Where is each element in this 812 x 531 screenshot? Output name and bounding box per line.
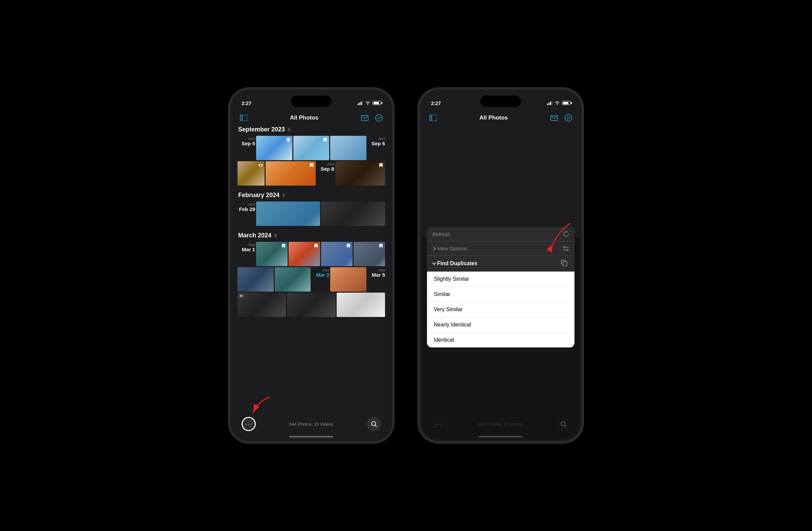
context-menu: Refresh View Options: [427, 227, 575, 347]
photo-row: 2024 Mar 1: [237, 242, 385, 266]
photo-cell[interactable]: [330, 267, 366, 292]
wifi-icon: [554, 101, 560, 105]
duplicate-squares-icon: [561, 260, 569, 267]
nearly-identical-label: Nearly Identical: [434, 322, 471, 328]
bottom-bar: ··· 644 Photos, 15 Videos: [232, 413, 390, 439]
photo-cell[interactable]: [321, 242, 352, 266]
inbox-icon[interactable]: [549, 113, 559, 123]
search-icon: [371, 421, 377, 427]
dots-icon: ···: [245, 421, 252, 428]
view-options-label: View Options: [437, 246, 467, 251]
svg-point-8: [376, 114, 382, 121]
svg-rect-5: [240, 115, 242, 121]
photo-count: 644 Photos, 15 Videos: [289, 422, 334, 427]
svg-rect-2: [361, 102, 362, 105]
sidebar-toggle-icon[interactable]: [239, 113, 248, 123]
photo-cell[interactable]: [275, 267, 311, 292]
date-cell: 2024 Mar 2: [311, 267, 329, 292]
left-screen: 2:27: [232, 92, 390, 439]
svg-rect-18: [552, 101, 553, 105]
photo-cell[interactable]: [256, 136, 292, 160]
battery-icon: [562, 101, 570, 105]
svg-point-23: [565, 114, 572, 121]
photo-cell[interactable]: [353, 242, 385, 266]
photo-row: 2024 Mar 2 2024 Mar 5: [237, 267, 385, 292]
photo-cell[interactable]: [256, 242, 288, 266]
svg-point-11: [260, 165, 261, 166]
very-similar-label: Very Similar: [434, 306, 463, 312]
photo-row: 2024 Feb 29: [237, 201, 385, 226]
refresh-icon: [563, 231, 569, 237]
similar-menu-item[interactable]: Similar: [427, 287, 575, 302]
checkmark-circle-icon[interactable]: [564, 113, 573, 123]
photo-row: P: [237, 293, 385, 317]
slightly-similar-label: Slightly Similar: [434, 276, 469, 282]
photo-cell[interactable]: [330, 136, 366, 160]
status-time: 2:27: [431, 100, 441, 106]
inbox-icon[interactable]: [360, 113, 369, 123]
identical-menu-item[interactable]: Identical: [427, 333, 575, 347]
photo-cell[interactable]: [293, 136, 330, 160]
svg-rect-1: [359, 102, 360, 105]
nearly-identical-menu-item[interactable]: Nearly Identical: [427, 317, 575, 333]
month-title: March 2024: [238, 232, 271, 239]
sidebar-toggle-icon[interactable]: [428, 113, 438, 123]
date-cell: 2023 Sep 5: [237, 136, 255, 160]
photo-cell[interactable]: [337, 293, 385, 317]
photo-cell[interactable]: [289, 242, 320, 266]
month-title: February 2024: [238, 192, 279, 199]
checkmark-circle-icon[interactable]: [374, 113, 384, 123]
left-phone: 2:27: [230, 89, 392, 442]
photo-cell[interactable]: [237, 267, 274, 292]
right-screen: 2:27: [422, 92, 580, 439]
month-section-feb-2024: February 2024 2 2024 Feb 29: [237, 192, 385, 226]
month-count: 9: [274, 233, 277, 238]
nav-title: All Photos: [290, 114, 318, 121]
month-section-sep-2023: September 2023 6 2023 Sep 5: [237, 126, 385, 185]
nav-bar: All Photos: [232, 110, 390, 126]
photo-content: September 2023 6 2023 Sep 5: [232, 126, 390, 413]
svg-point-28: [564, 246, 565, 248]
svg-rect-15: [547, 103, 548, 105]
photo-row: 2023 Sep 8: [237, 161, 385, 185]
svg-rect-17: [550, 102, 551, 105]
dynamic-island: [480, 96, 521, 107]
home-indicator: [289, 436, 333, 437]
signal-icon: [358, 101, 363, 105]
battery-icon: [373, 101, 381, 105]
photo-row: 2023 Sep 5 2023 Sep 6: [237, 136, 385, 160]
svg-point-12: [372, 422, 376, 426]
svg-rect-3: [362, 101, 363, 105]
tune-icon: [562, 246, 569, 251]
photo-cell[interactable]: [265, 161, 316, 185]
photo-cell[interactable]: [321, 201, 385, 226]
search-button[interactable]: [367, 417, 381, 431]
right-phone: 2:27: [420, 89, 582, 442]
very-similar-menu-item[interactable]: Very Similar: [427, 302, 575, 317]
svg-rect-20: [429, 115, 432, 121]
refresh-menu-item[interactable]: Refresh: [427, 227, 575, 241]
svg-point-30: [566, 249, 568, 251]
identical-label: Identical: [434, 337, 454, 343]
date-cell: 2024 Mar 1: [237, 242, 255, 266]
nav-title: All Photos: [479, 114, 508, 121]
nav-bar: All Photos: [422, 110, 580, 126]
photo-cell[interactable]: [335, 161, 386, 185]
slightly-similar-menu-item[interactable]: Slightly Similar: [427, 271, 575, 287]
photo-cell[interactable]: [256, 201, 320, 226]
dynamic-island: [291, 96, 332, 107]
date-cell: 2024 Mar 5: [367, 267, 385, 292]
find-duplicates-menu-item[interactable]: Find Duplicates: [427, 256, 575, 271]
view-options-menu-item[interactable]: View Options: [427, 241, 575, 256]
date-cell: 2023 Sep 8: [317, 161, 334, 185]
more-options-button[interactable]: ···: [242, 417, 256, 431]
month-title: September 2023: [238, 126, 285, 133]
photo-cell[interactable]: [237, 161, 264, 185]
svg-line-13: [375, 425, 377, 427]
status-icons: [547, 101, 570, 105]
photo-cell[interactable]: [287, 293, 335, 317]
status-icons: [358, 101, 381, 105]
month-section-mar-2024: March 2024 9 2024 Mar 1: [237, 232, 385, 317]
photo-cell[interactable]: P: [237, 293, 286, 317]
date-cell: 2023 Sep 6: [367, 136, 385, 160]
